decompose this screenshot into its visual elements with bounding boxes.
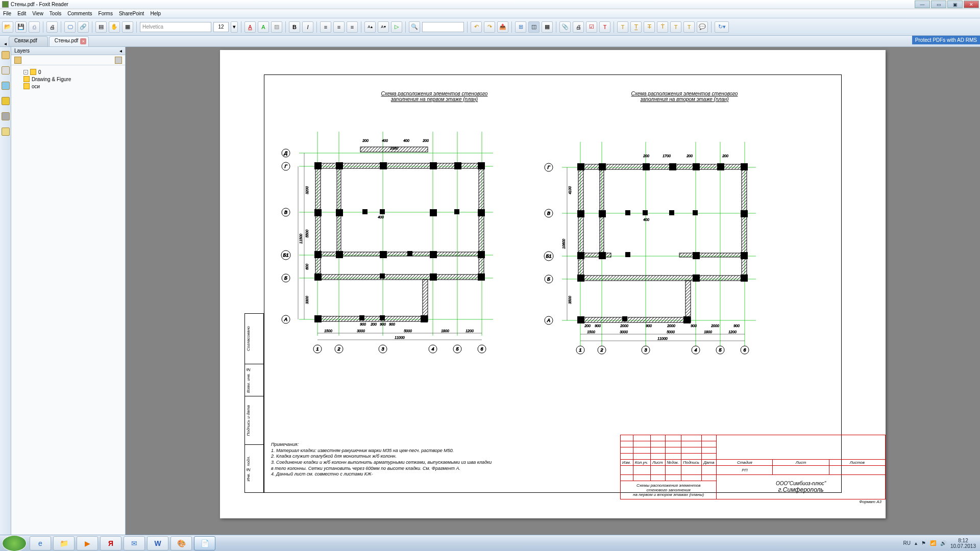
tray-up-icon[interactable]: ▴	[915, 540, 917, 546]
tab-prev[interactable]: ◂	[4, 41, 7, 46]
menu-comments[interactable]: Comments	[67, 11, 92, 16]
size-select[interactable]	[213, 22, 229, 32]
find-icon[interactable]: 🔍	[409, 21, 420, 33]
menu-forms[interactable]: Forms	[99, 11, 113, 16]
tray-volume-icon[interactable]: 🔊	[940, 540, 946, 546]
page-icon[interactable]: ▤	[95, 21, 107, 33]
menu-view[interactable]: View	[32, 11, 43, 16]
maximize-button[interactable]: ▣	[947, 1, 963, 8]
panel-collapse-icon[interactable]: ◂	[119, 48, 122, 54]
align-center-icon[interactable]: ≡	[333, 21, 345, 33]
t4-icon[interactable]: Ṫ	[657, 21, 668, 33]
t2-icon[interactable]: T̲	[630, 21, 642, 33]
t6-icon[interactable]: T	[683, 21, 695, 33]
layer-node[interactable]: оси	[13, 83, 123, 90]
sup-icon[interactable]: A▴	[364, 21, 376, 33]
menu-edit[interactable]: Edit	[17, 11, 26, 16]
tab-close-icon[interactable]: ×	[80, 38, 86, 44]
sign-icon[interactable]	[2, 128, 10, 136]
protect-banner[interactable]: Protect PDFs with AD RMS	[912, 36, 980, 44]
open-icon[interactable]: 📂	[2, 21, 13, 33]
layer-node[interactable]: -0	[13, 68, 123, 76]
bookmark-icon[interactable]	[2, 51, 10, 59]
menu-help[interactable]: Help	[150, 11, 161, 16]
layers-options-icon[interactable]	[115, 57, 122, 64]
tab-steny[interactable]: Стены.pdf×	[49, 36, 89, 46]
clock[interactable]: 8:1210.07.2013	[950, 538, 976, 549]
attachments-icon[interactable]	[2, 112, 10, 120]
pdf-viewer[interactable]: Согласовано Взам. инв. № Подпись и дата …	[126, 47, 980, 535]
redact-icon[interactable]: ▨	[271, 21, 282, 33]
layers-expand-icon[interactable]	[14, 57, 21, 64]
highlight-icon[interactable]: A	[258, 21, 269, 33]
close-button[interactable]: ✕	[964, 1, 979, 8]
taskbar-word[interactable]: W	[147, 536, 168, 550]
tab-svyazi[interactable]: Связи.pdf	[9, 36, 48, 46]
link-icon[interactable]: 🔗	[78, 21, 89, 33]
stamp-column: Согласовано Взам. инв. № Подпись и дата …	[244, 313, 264, 493]
t3-icon[interactable]: T̶	[644, 21, 655, 33]
tray-network-icon[interactable]: 📶	[930, 540, 936, 546]
menu-tools[interactable]: Tools	[50, 11, 61, 16]
text-icon[interactable]: T	[599, 21, 610, 33]
layer-node[interactable]: Drawing & Figure	[13, 76, 123, 83]
menu-sharepoint[interactable]: SharePoint	[119, 11, 144, 16]
print2-icon[interactable]: 🖨	[573, 21, 584, 33]
taskbar-mail[interactable]: ✉	[124, 536, 145, 550]
snap-icon[interactable]: ◫	[528, 21, 540, 33]
tray-flag-icon[interactable]: ⚑	[921, 540, 926, 546]
menu-file[interactable]: File	[3, 11, 11, 16]
hand-icon[interactable]: ✋	[109, 21, 120, 33]
start-button[interactable]	[2, 535, 27, 552]
taskbar-wmp[interactable]: ▶	[77, 536, 98, 550]
minimize-button[interactable]: —	[915, 1, 930, 8]
taskbar-foxit[interactable]: 📄	[194, 536, 215, 550]
svg-text:900: 900	[360, 322, 366, 326]
font-select[interactable]	[140, 22, 211, 32]
check-icon[interactable]: ☑	[586, 21, 597, 33]
comments-icon[interactable]	[2, 97, 10, 105]
export-icon[interactable]: 📤	[497, 21, 508, 33]
svg-rect-134	[693, 252, 700, 259]
layer-toggle[interactable]	[30, 69, 36, 75]
taskbar-ie[interactable]: e	[30, 536, 51, 550]
bold-icon[interactable]: B	[289, 21, 300, 33]
t1-icon[interactable]: T	[617, 21, 628, 33]
taskbar-yandex[interactable]: Я	[100, 536, 121, 550]
textcolor-icon[interactable]: A	[244, 21, 256, 33]
align-right-icon[interactable]: ≡	[347, 21, 358, 33]
sub-icon[interactable]: A▾	[378, 21, 389, 33]
align-left-icon[interactable]: ≡	[320, 21, 331, 33]
size-spin[interactable]: ▾	[231, 21, 238, 33]
svg-rect-123	[741, 163, 748, 170]
print-icon[interactable]: 🖨	[46, 21, 58, 33]
layer-toggle[interactable]	[23, 76, 30, 82]
svg-text:900: 900	[380, 322, 386, 326]
screen-icon[interactable]: 🖵	[64, 21, 76, 33]
svg-text:4: 4	[431, 346, 434, 352]
attach-icon[interactable]: 📎	[559, 21, 571, 33]
italic-icon[interactable]: I	[302, 21, 313, 33]
taskbar-paint[interactable]: 🎨	[170, 536, 192, 550]
play-icon[interactable]: ▷	[391, 21, 402, 33]
restore-button[interactable]: ▭	[931, 1, 946, 8]
t5-icon[interactable]: T	[670, 21, 681, 33]
expand-icon[interactable]: -	[23, 70, 28, 74]
ruler-icon[interactable]: ▦	[542, 21, 553, 33]
save-icon[interactable]: 💾	[15, 21, 27, 33]
prev-icon[interactable]: ↶	[471, 21, 482, 33]
lang-indicator[interactable]: RU	[903, 540, 910, 546]
save-all-icon[interactable]: ⎙	[29, 21, 40, 33]
share-icon[interactable]: ↻▾	[715, 21, 729, 33]
grid-icon[interactable]: ⊞	[515, 21, 526, 33]
pages-icon[interactable]	[2, 66, 10, 74]
svg-rect-24	[430, 162, 437, 169]
taskbar-explorer[interactable]: 📁	[53, 536, 75, 550]
layer-toggle[interactable]	[23, 83, 30, 89]
comment-icon[interactable]: 💬	[697, 21, 708, 33]
next-icon[interactable]: ↷	[484, 21, 495, 33]
find-input[interactable]	[422, 22, 464, 32]
layers-icon[interactable]	[2, 82, 10, 90]
select-icon[interactable]: ▦	[122, 21, 133, 33]
svg-text:3200: 3200	[305, 186, 309, 194]
